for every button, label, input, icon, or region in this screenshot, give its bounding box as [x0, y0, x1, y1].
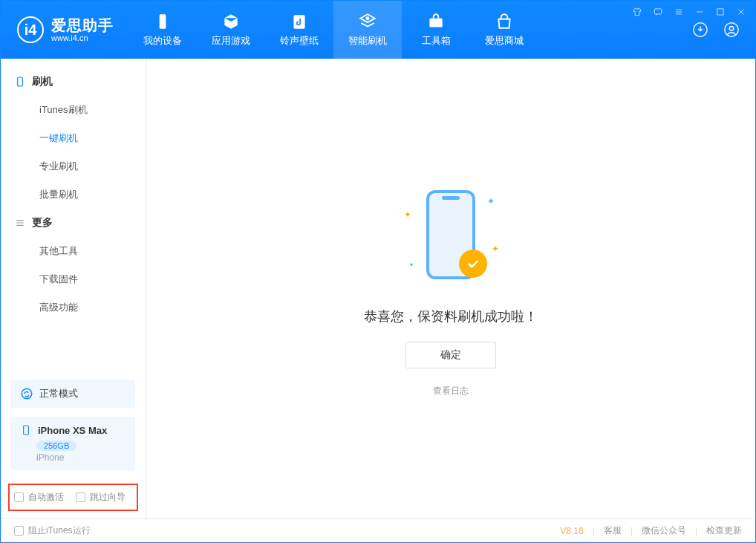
nav-my-device[interactable]: 我的设备: [128, 1, 197, 59]
footer-link-support[interactable]: 客服: [604, 524, 622, 537]
svg-point-7: [725, 23, 738, 36]
main: ✦✦•✦ 恭喜您，保资料刷机成功啦！ 确定 查看日志: [146, 59, 755, 518]
checkbox-icon: [76, 492, 85, 502]
header-right: [690, 19, 755, 40]
checkbox-skip-guide[interactable]: 跳过向导: [76, 491, 126, 504]
device-icon: [153, 12, 172, 31]
menu-icon: [14, 217, 26, 229]
svg-rect-2: [160, 14, 166, 29]
checkbox-label: 自动激活: [28, 491, 64, 504]
logo: i4 爱思助手 www.i4.cn: [1, 16, 128, 43]
mode-label: 正常模式: [39, 387, 78, 400]
nav-store[interactable]: 爱思商城: [470, 1, 538, 59]
options-box: 自动激活 跳过向导: [8, 484, 138, 511]
checkbox-label: 跳过向导: [90, 491, 126, 504]
svg-point-4: [366, 16, 370, 20]
skin-icon[interactable]: [630, 5, 644, 19]
nav: 我的设备 应用游戏 铃声壁纸 智能刷机 工具箱 爱思商城: [128, 1, 538, 59]
feedback-icon[interactable]: [651, 5, 665, 19]
nav-label: 我的设备: [143, 34, 182, 48]
header: i4 爱思助手 www.i4.cn 我的设备 应用游戏 铃声壁纸 智能刷机: [1, 1, 755, 59]
nav-label: 应用游戏: [212, 34, 250, 48]
ok-button[interactable]: 确定: [405, 342, 496, 368]
mode-card[interactable]: 正常模式: [11, 380, 135, 408]
sidebar-item-download-firmware[interactable]: 下载固件: [1, 265, 146, 293]
svg-rect-1: [717, 9, 723, 15]
nav-label: 铃声壁纸: [280, 34, 319, 48]
sidebar: 刷机 iTunes刷机 一键刷机 专业刷机 批量刷机 更多 其他工具 下载固件 …: [1, 59, 146, 518]
store-icon: [495, 12, 514, 31]
sidebar-item-pro-flash[interactable]: 专业刷机: [1, 152, 146, 181]
music-icon: [290, 12, 309, 31]
nav-flash[interactable]: 智能刷机: [333, 1, 402, 59]
download-icon[interactable]: [690, 19, 711, 40]
app-title: 爱思助手: [51, 17, 114, 33]
sync-icon: [20, 387, 33, 400]
svg-rect-9: [18, 77, 23, 86]
nav-toolbox[interactable]: 工具箱: [402, 1, 470, 59]
success-text: 恭喜您，保资料刷机成功啦！: [364, 308, 538, 325]
device-card[interactable]: iPhone XS Max 256GB iPhone: [11, 417, 135, 470]
minimize-icon[interactable]: [693, 5, 706, 19]
svg-rect-3: [293, 15, 304, 28]
footer-link-update[interactable]: 检查更新: [706, 524, 742, 537]
logo-icon: i4: [17, 16, 44, 43]
svg-rect-0: [654, 9, 661, 14]
checkbox-label: 阻止iTunes运行: [28, 524, 91, 537]
footer: 阻止iTunes运行 V8.16 | 客服 | 微信公众号 | 检查更新: [1, 518, 755, 542]
sidebar-group-title: 更多: [32, 216, 53, 230]
cube-icon: [221, 12, 241, 31]
check-badge-icon: [459, 250, 487, 278]
window-controls: [630, 5, 748, 19]
svg-point-8: [729, 26, 734, 30]
toolbox-icon: [426, 12, 446, 31]
refresh-icon: [358, 12, 377, 31]
menu-icon[interactable]: [672, 5, 685, 19]
sidebar-group-title: 刷机: [32, 75, 53, 88]
phone-icon: [14, 76, 26, 88]
sidebar-item-other-tools[interactable]: 其他工具: [1, 237, 146, 265]
body: 刷机 iTunes刷机 一键刷机 专业刷机 批量刷机 更多 其他工具 下载固件 …: [1, 59, 755, 518]
device-name: iPhone XS Max: [38, 425, 107, 436]
phone-icon: [20, 424, 32, 436]
sidebar-item-oneclick-flash[interactable]: 一键刷机: [1, 124, 146, 152]
sidebar-group-flash: 刷机: [1, 68, 146, 96]
view-log-link[interactable]: 查看日志: [433, 385, 469, 397]
nav-label: 工具箱: [422, 34, 451, 48]
nav-label: 爱思商城: [485, 34, 524, 48]
checkbox-icon: [14, 492, 24, 502]
svg-rect-11: [24, 426, 29, 435]
footer-link-wechat[interactable]: 微信公众号: [642, 524, 686, 537]
sidebar-group-more: 更多: [1, 209, 146, 237]
user-icon[interactable]: [721, 19, 742, 40]
nav-ringtones[interactable]: 铃声壁纸: [265, 1, 333, 59]
app-window: i4 爱思助手 www.i4.cn 我的设备 应用游戏 铃声壁纸 智能刷机: [0, 0, 756, 543]
nav-apps-games[interactable]: 应用游戏: [197, 1, 265, 59]
checkbox-auto-activate[interactable]: 自动激活: [14, 491, 64, 504]
maximize-icon[interactable]: [714, 5, 727, 19]
sidebar-item-batch-flash[interactable]: 批量刷机: [1, 181, 146, 209]
device-type: iPhone: [36, 452, 126, 463]
device-storage: 256GB: [36, 440, 76, 451]
success-illustration: ✦✦•✦: [395, 180, 506, 291]
svg-rect-5: [429, 19, 442, 27]
checkbox-block-itunes[interactable]: 阻止iTunes运行: [14, 524, 91, 537]
version-label: V8.16: [560, 526, 583, 536]
close-icon[interactable]: [734, 5, 748, 19]
checkbox-icon: [14, 526, 24, 536]
app-url: www.i4.cn: [51, 33, 114, 42]
sidebar-item-advanced[interactable]: 高级功能: [1, 293, 146, 322]
sidebar-item-itunes-flash[interactable]: iTunes刷机: [1, 96, 146, 124]
nav-label: 智能刷机: [348, 34, 387, 48]
